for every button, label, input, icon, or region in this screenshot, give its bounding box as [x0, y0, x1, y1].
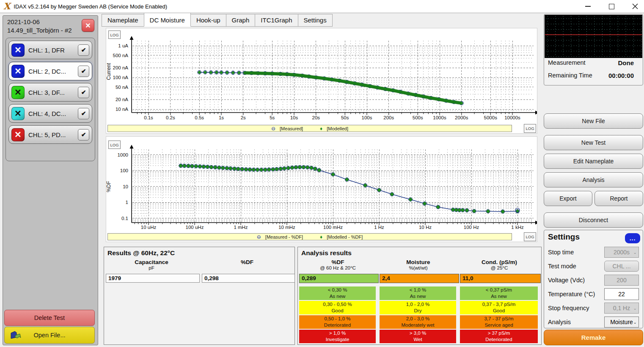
df-chart-panel: 10 uHz100 uHz1 mHz10 mHz100 mHz1 Hz10 Hz…: [106, 136, 537, 242]
tab-hook-up[interactable]: Hook-up: [190, 14, 226, 27]
modelled-legend-label: [Modelled - %DF]: [327, 234, 363, 240]
voltage-row: Voltage (Vdc) 200: [548, 274, 639, 286]
export-label: Export: [559, 195, 576, 202]
settings-more-button[interactable]: ...: [625, 233, 640, 243]
svg-text:1 uA: 1 uA: [118, 43, 128, 48]
analysis-label: Analysis: [582, 176, 604, 183]
svg-text:100 uHz: 100 uHz: [186, 225, 204, 230]
analysis-button[interactable]: Analysis: [544, 172, 643, 187]
log-scale-badge[interactable]: LOG: [524, 232, 536, 241]
stop-time-label: Stop time: [548, 249, 574, 256]
analysis-mode-value: Moisture: [610, 319, 633, 325]
report-button[interactable]: Report: [594, 191, 643, 206]
channel-label: CHL: 1, DFR: [28, 47, 65, 54]
channel-checkbox[interactable]: ✔: [78, 129, 89, 140]
edit-nameplate-button[interactable]: Edit Nameplate: [544, 154, 643, 169]
modelled-legend-label: [Modelled]: [327, 126, 348, 131]
svg-text:500s: 500s: [413, 115, 423, 120]
analysis-cond-sub: @ 25°C: [460, 265, 539, 270]
test-mode-row: Test mode CHL ...: [548, 260, 639, 272]
df-value: 0,298: [202, 274, 295, 283]
analysis-df-header: %DF: [299, 259, 377, 265]
channel-label: CHL: 4, DC...: [28, 110, 66, 117]
svg-text:500 nA: 500 nA: [113, 53, 129, 58]
measured-marker-icon: ⊖: [257, 234, 261, 240]
log-scale-badge[interactable]: LOG: [524, 124, 536, 133]
test-date: 2021-10-06: [7, 18, 40, 25]
temperature-row: Temperature (°C) 22: [548, 288, 639, 300]
temperature-value: 22: [618, 291, 625, 297]
svg-text:10s: 10s: [290, 115, 298, 120]
channel-checkbox[interactable]: ✔: [78, 108, 89, 119]
tab-settings[interactable]: Settings: [298, 14, 333, 27]
close-icon: [632, 3, 638, 9]
tab-itc1graph[interactable]: ITC1Graph: [255, 14, 298, 27]
delete-test-label: Delete Test: [34, 314, 65, 321]
delete-test-button[interactable]: Delete Test: [4, 310, 95, 326]
minimize-button[interactable]: [583, 2, 592, 11]
tab-dc-moisture[interactable]: DC Moisture: [144, 13, 191, 27]
current-chart-panel: 0.1s0.2s0.5s1s2s5s10s20s50s100s200s500s1…: [106, 28, 537, 134]
channel-item-4[interactable]: ✕ CHL: 4, DC... ✔: [8, 104, 92, 123]
channel-checkbox[interactable]: ✔: [78, 44, 89, 56]
ellipsis-icon: ...: [630, 235, 636, 242]
results-panel: Results @ 60Hz, 22°C Capacitance pF %DF …: [104, 247, 295, 345]
close-icon: ✕: [85, 22, 91, 30]
analysis-mode-select[interactable]: Moisture ⌄: [604, 317, 639, 328]
window-title: IDAX v5.2.164 by Megger Sweden AB (Servi…: [14, 3, 167, 10]
close-test-button[interactable]: ✕: [82, 19, 94, 32]
classification-cell: 3,7 - 37 pS/mService aged: [460, 315, 538, 329]
svg-text:1000s: 1000s: [433, 115, 446, 120]
channel-x-icon: ✕: [11, 44, 25, 57]
svg-text:100s: 100s: [362, 115, 372, 120]
tab-nameplate[interactable]: Nameplate: [102, 14, 144, 27]
channel-checkbox[interactable]: ✔: [78, 66, 89, 77]
svg-text:0.5s: 0.5s: [195, 115, 204, 120]
svg-text:10 uHz: 10 uHz: [141, 225, 157, 230]
channel-item-1[interactable]: ✕ CHL: 1, DFR ✔: [8, 41, 92, 59]
capacitance-header: Capacitance: [104, 259, 199, 265]
classification-cell: 0,50 - 1,0 %Deteriorated: [299, 315, 376, 329]
open-file-button[interactable]: Open File...: [4, 327, 95, 344]
df-header: %DF: [201, 259, 294, 265]
export-button[interactable]: Export: [544, 191, 592, 206]
new-file-button[interactable]: New File: [544, 113, 643, 129]
classification-cell: > 37 pS/mDeteriorated: [460, 330, 538, 343]
instrument-scope-display: [545, 15, 642, 58]
report-label: Report: [610, 195, 627, 202]
disconnect-button[interactable]: Disconnect: [544, 212, 643, 228]
log-scale-badge[interactable]: LOG: [108, 140, 121, 149]
svg-text:100 Hz: 100 Hz: [464, 225, 479, 230]
measurement-value: Done: [618, 59, 634, 66]
remake-button[interactable]: Remake: [544, 330, 643, 345]
checkbox-checked-icon: ✔: [81, 47, 86, 53]
test-sidebar: 2021-10-06 14.49_till_Torbjörn - #2 ✕ ✕ …: [3, 15, 98, 345]
svg-text:0.2s: 0.2s: [166, 115, 175, 120]
tab-graph[interactable]: Graph: [226, 14, 256, 27]
classification-cell: 2,0 - 3,0 %Moderately wet: [380, 315, 456, 329]
analysis-moisture-value: 2,4: [380, 274, 459, 283]
channel-item-5[interactable]: ✕ CHL: 5, PD... ✔: [8, 125, 92, 144]
analysis-moisture-sub: %(wt/wt): [380, 265, 457, 270]
svg-text:1: 1: [126, 200, 128, 205]
channel-item-3[interactable]: ✕ CHL: 3, DF... ✔: [8, 83, 92, 102]
log-scale-badge[interactable]: LOG: [108, 30, 121, 39]
maximize-button[interactable]: [607, 2, 616, 11]
remaining-time-value: 00:00:00: [608, 72, 634, 79]
svg-text:200s: 200s: [383, 115, 394, 120]
svg-text:50s: 50s: [341, 115, 349, 120]
temperature-input[interactable]: 22: [604, 288, 639, 300]
svg-text:100 nA: 100 nA: [113, 75, 129, 80]
modelled-marker-icon: ♦: [320, 234, 322, 240]
close-button[interactable]: [630, 2, 640, 11]
classification-cell: < 1,0 %As new: [380, 286, 456, 300]
test-mode-label: Test mode: [548, 263, 576, 270]
channel-x-icon: ✕: [11, 128, 25, 141]
new-test-button[interactable]: New Test: [544, 135, 643, 150]
channel-item-2[interactable]: ✕ CHL: 2, DC... ✔: [8, 62, 92, 80]
classification-cell: < 0,37 pS/mAs new: [460, 286, 538, 300]
test-mode-button: CHL ...: [604, 261, 639, 272]
voltage-value: 200: [616, 277, 626, 284]
analysis-title: Analysis results: [301, 249, 352, 257]
channel-checkbox[interactable]: ✔: [78, 87, 89, 98]
